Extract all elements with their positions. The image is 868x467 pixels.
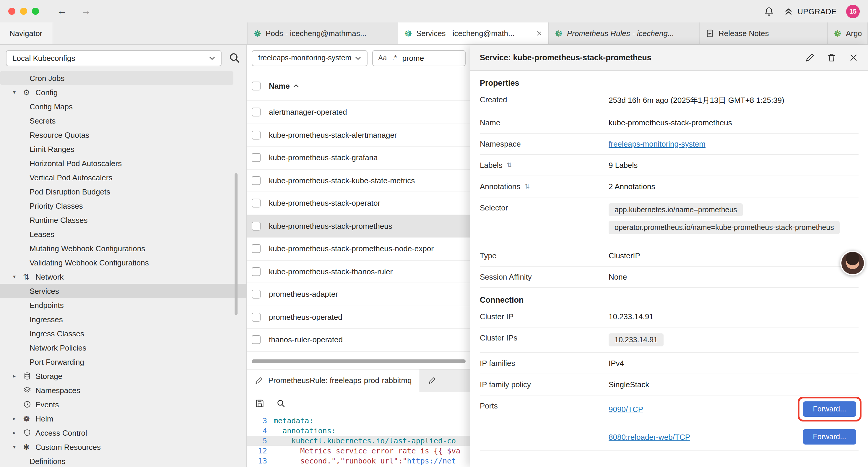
- close-tab-icon[interactable]: [536, 30, 542, 37]
- save-icon[interactable]: [255, 399, 265, 408]
- row-checkbox[interactable]: [252, 290, 260, 299]
- tab-argo-se[interactable]: ☸Argo Se: [828, 23, 868, 44]
- close-icon[interactable]: [848, 53, 859, 63]
- tab-prometheus-rules-icecheng[interactable]: ☸Prometheus Rules - icecheng...: [549, 23, 700, 44]
- row-checkbox[interactable]: [252, 199, 260, 208]
- tab-navigator[interactable]: Navigator: [0, 23, 53, 44]
- delete-trash-icon[interactable]: [827, 53, 837, 63]
- dock-tab-prometheusrule[interactable]: PrometheusRule: freeleaps-prod-rabbitmq: [247, 369, 420, 391]
- sidebar-item-endpoints[interactable]: Endpoints: [0, 298, 246, 312]
- sidebar-item-config-maps[interactable]: Config Maps: [0, 99, 246, 114]
- sidebar-item-network-policies[interactable]: Network Policies: [0, 341, 246, 355]
- sidebar-item-secrets[interactable]: Secrets: [0, 114, 246, 128]
- sidebar-item-vertical-pod-autoscalers[interactable]: Vertical Pod Autoscalers: [0, 170, 246, 184]
- table-row[interactable]: prometheus-adapter: [247, 283, 470, 306]
- row-checkbox[interactable]: [252, 222, 260, 231]
- sidebar-item-custom-resources[interactable]: ▾✱Custom Resources: [0, 440, 246, 454]
- table-row[interactable]: kube-prometheus-stack-thanos-ruler: [247, 260, 470, 283]
- sidebar-item-priority-classes[interactable]: Priority Classes: [0, 199, 246, 213]
- table-row[interactable]: alertmanager-operated: [247, 101, 470, 124]
- row-checkbox[interactable]: [252, 335, 260, 344]
- yaml-editor[interactable]: 3metadata:4 annotations:5 kubectl.kubern…: [247, 415, 470, 467]
- sidebar-item-definitions[interactable]: Definitions: [0, 454, 246, 467]
- sidebar-item-access-control[interactable]: ▸Access Control: [0, 426, 246, 440]
- notifications-bell-icon[interactable]: [764, 6, 774, 16]
- table-row[interactable]: kube-prometheus-stack-grafana: [247, 147, 470, 169]
- row-checkbox[interactable]: [252, 108, 260, 117]
- regex-toggle[interactable]: .*: [392, 54, 397, 62]
- port-link[interactable]: 9090/TCP: [609, 405, 643, 413]
- sort-ascending-icon[interactable]: [293, 84, 299, 88]
- select-all-checkbox[interactable]: [252, 81, 260, 90]
- name-column-header[interactable]: Name: [269, 81, 290, 90]
- table-row[interactable]: prometheus-operated: [247, 306, 470, 329]
- chevron-right-icon[interactable]: ▸: [13, 415, 23, 421]
- tab-services-icecheng-math[interactable]: ☸Services - icecheng@math...: [398, 23, 549, 44]
- list-search-input[interactable]: Aa .* prome: [372, 50, 466, 66]
- table-row[interactable]: thanos-ruler-operated: [247, 329, 470, 351]
- sidebar-item-storage[interactable]: ▸Storage: [0, 369, 246, 383]
- chevron-down-icon[interactable]: ▾: [13, 444, 23, 450]
- navigator-search-icon[interactable]: [229, 52, 241, 64]
- table-row[interactable]: kube-prometheus-stack-alertmanager: [247, 124, 470, 147]
- sidebar-item-runtime-classes[interactable]: Runtime Classes: [0, 213, 246, 227]
- sidebar-item-horizontal-pod-autoscalers[interactable]: Horizontal Pod Autoscalers: [0, 156, 246, 170]
- chevron-down-icon[interactable]: ▾: [13, 89, 23, 95]
- namespace-link[interactable]: freeleaps-monitoring-system: [609, 140, 706, 148]
- sidebar-item-resource-quotas[interactable]: Resource Quotas: [0, 128, 246, 142]
- floating-avatar[interactable]: [840, 251, 865, 275]
- dock-tab-partial[interactable]: [420, 369, 470, 391]
- upgrade-button[interactable]: UPGRADE: [783, 6, 837, 16]
- forward-arrow-icon[interactable]: →: [81, 5, 91, 17]
- back-arrow-icon[interactable]: ←: [57, 5, 67, 17]
- forward-button[interactable]: Forward...: [803, 429, 856, 444]
- namespace-select[interactable]: freeleaps-monitoring-system: [252, 50, 368, 66]
- sidebar-item-network[interactable]: ▾⇅Network: [0, 269, 246, 284]
- row-checkbox[interactable]: [252, 313, 260, 322]
- sidebar-item-ingress-classes[interactable]: Ingress Classes: [0, 326, 246, 341]
- sidebar-item-port-forwarding[interactable]: Port Forwarding: [0, 355, 246, 369]
- sidebar-item-validating-webhook-configurations[interactable]: Validating Webhook Configurations: [0, 255, 246, 269]
- expand-toggle-icon[interactable]: ⇅: [507, 162, 512, 169]
- row-checkbox[interactable]: [252, 267, 260, 276]
- editor-search-icon[interactable]: [277, 399, 285, 408]
- sidebar-item-leases[interactable]: Leases: [0, 227, 246, 241]
- tab-pods-icecheng-mathmas[interactable]: ☸Pods - icecheng@mathmas...: [248, 23, 398, 44]
- minimize-window-button[interactable]: [20, 8, 27, 15]
- sidebar-item-helm[interactable]: ▸☸Helm: [0, 411, 246, 426]
- table-row[interactable]: kube-prometheus-stack-prometheus-node-ex…: [247, 238, 470, 260]
- zoom-window-button[interactable]: [32, 8, 39, 15]
- navigator-scrollbar[interactable]: [235, 173, 238, 315]
- sidebar-item-pod-disruption-budgets[interactable]: Pod Disruption Budgets: [0, 184, 246, 199]
- edit-pencil-icon[interactable]: [805, 53, 815, 63]
- table-row[interactable]: kube-prometheus-stack-prometheus: [247, 215, 470, 238]
- sidebar-item-ingresses[interactable]: Ingresses: [0, 312, 246, 326]
- row-checkbox[interactable]: [252, 130, 260, 140]
- horizontal-scrollbar[interactable]: [252, 359, 466, 363]
- port-link[interactable]: 8080:reloader-web/TCP: [609, 432, 690, 441]
- sidebar-item-config[interactable]: ▾⚙Config: [0, 85, 246, 99]
- expand-toggle-icon[interactable]: ⇅: [524, 183, 530, 191]
- row-checkbox[interactable]: [252, 244, 260, 253]
- chevron-down-icon[interactable]: ▾: [13, 274, 23, 280]
- forward-button[interactable]: Forward...: [803, 401, 856, 417]
- tab-release-notes[interactable]: Release Notes: [700, 23, 828, 44]
- table-row[interactable]: kube-prometheus-stack-operator: [247, 192, 470, 215]
- notification-count-badge[interactable]: 15: [846, 4, 860, 18]
- clock-icon: [23, 400, 35, 408]
- sidebar-item-mutating-webhook-configurations[interactable]: Mutating Webhook Configurations: [0, 241, 246, 255]
- property-value: SingleStack: [609, 380, 859, 389]
- match-case-toggle[interactable]: Aa: [378, 54, 387, 62]
- row-checkbox[interactable]: [252, 153, 260, 162]
- chevron-right-icon[interactable]: ▸: [13, 430, 23, 436]
- sidebar-item-namespaces[interactable]: Namespaces: [0, 383, 246, 397]
- close-window-button[interactable]: [8, 8, 16, 15]
- sidebar-item-cron-jobs[interactable]: Cron Jobs: [0, 71, 234, 85]
- sidebar-item-events[interactable]: Events: [0, 397, 246, 411]
- row-checkbox[interactable]: [252, 176, 260, 185]
- chevron-right-icon[interactable]: ▸: [13, 373, 23, 379]
- kubeconfig-select[interactable]: Local Kubeconfigs: [6, 50, 222, 66]
- sidebar-item-services[interactable]: Services: [0, 284, 246, 298]
- sidebar-item-limit-ranges[interactable]: Limit Ranges: [0, 142, 246, 156]
- table-row[interactable]: kube-prometheus-stack-kube-state-metrics: [247, 169, 470, 192]
